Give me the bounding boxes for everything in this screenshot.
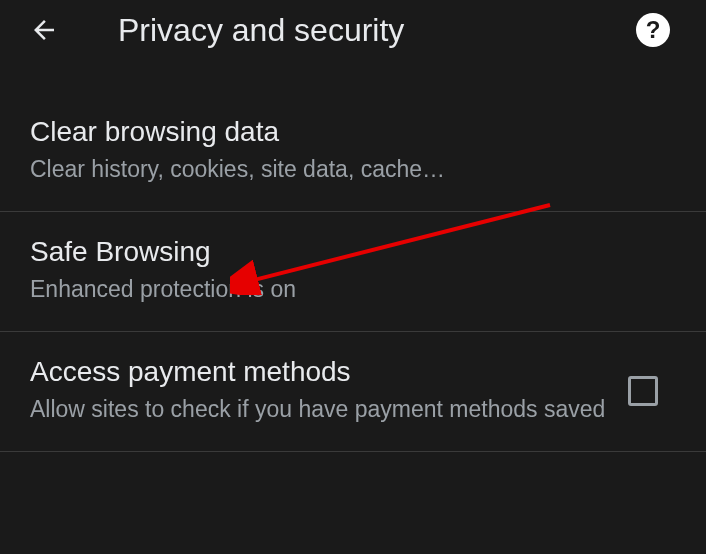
clear-browsing-data-item[interactable]: Clear browsing data Clear history, cooki… xyxy=(0,92,706,212)
setting-text: Access payment methods Allow sites to ch… xyxy=(30,356,608,425)
setting-title: Safe Browsing xyxy=(30,236,676,268)
access-payment-methods-item[interactable]: Access payment methods Allow sites to ch… xyxy=(0,332,706,452)
setting-subtitle: Enhanced protection is on xyxy=(30,274,676,305)
help-button[interactable]: ? xyxy=(636,13,670,47)
header: Privacy and security ? xyxy=(0,0,706,62)
safe-browsing-item[interactable]: Safe Browsing Enhanced protection is on xyxy=(0,212,706,332)
setting-subtitle: Clear history, cookies, site data, cache… xyxy=(30,154,676,185)
setting-title: Clear browsing data xyxy=(30,116,676,148)
setting-title: Access payment methods xyxy=(30,356,608,388)
settings-list: Clear browsing data Clear history, cooki… xyxy=(0,92,706,452)
back-button[interactable] xyxy=(24,10,64,50)
setting-text: Safe Browsing Enhanced protection is on xyxy=(30,236,676,305)
payment-methods-checkbox[interactable] xyxy=(628,376,658,406)
help-icon: ? xyxy=(646,16,661,44)
page-title: Privacy and security xyxy=(118,12,636,49)
back-arrow-icon xyxy=(29,15,59,45)
setting-text: Clear browsing data Clear history, cooki… xyxy=(30,116,676,185)
setting-subtitle: Allow sites to check if you have payment… xyxy=(30,394,608,425)
